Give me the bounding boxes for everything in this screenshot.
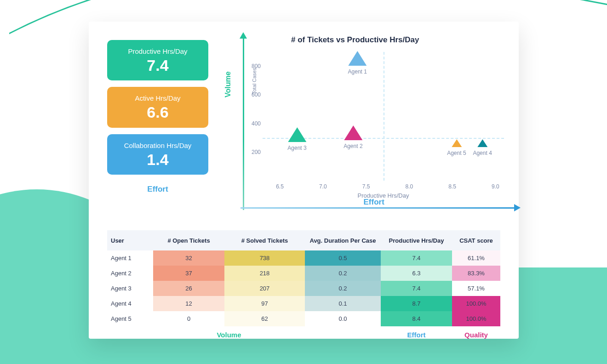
data-point: Agent 4 [473, 139, 492, 156]
value-cell: 218 [224, 266, 305, 281]
triangle-icon [344, 125, 362, 140]
x-tick: 7.5 [362, 183, 370, 190]
point-label: Agent 1 [348, 68, 367, 75]
group-quality: Quality [452, 331, 500, 339]
metric-label: Productive Hrs/Day [114, 47, 202, 55]
point-label: Agent 2 [344, 143, 362, 149]
metric-active-hrs: Active Hrs/Day 6.6 [107, 87, 208, 127]
value-cell: 37 [153, 266, 224, 281]
y-tick: 600 [249, 91, 261, 98]
value-cell: 12 [153, 296, 224, 311]
value-cell: 83.3% [452, 266, 500, 281]
value-cell: 26 [153, 281, 224, 296]
metric-value: 7.4 [114, 57, 202, 74]
x-tick: 9.0 [492, 183, 499, 190]
value-cell: 100.0% [452, 296, 500, 311]
table-group-labels: Volume Effort Quality [107, 331, 500, 339]
value-cell: 7.4 [381, 250, 452, 266]
x-tick: 6.5 [276, 183, 284, 190]
value-cell: 8.4 [381, 311, 452, 326]
y-tick: 200 [249, 149, 261, 155]
column-header: Productive Hrs/Day [381, 237, 452, 244]
value-cell: 61.1% [452, 250, 500, 266]
metric-collab-hrs: Collaboration Hrs/Day 1.4 [107, 134, 208, 175]
column-header: Avg. Duration Per Case [305, 237, 381, 244]
metric-productive-hrs: Productive Hrs/Day 7.4 [107, 40, 208, 80]
metric-value: 1.4 [114, 151, 202, 168]
y-tick: 800 [249, 63, 261, 69]
value-cell: 207 [224, 281, 305, 296]
value-cell: 0.1 [305, 296, 381, 311]
value-cell: 100.0% [452, 311, 500, 326]
metrics-column: Productive Hrs/Day 7.4 Active Hrs/Day 6.… [107, 40, 208, 205]
user-cell: Agent 5 [107, 315, 153, 322]
column-header: User [107, 237, 153, 244]
triangle-icon [452, 139, 462, 147]
x-tick: 8.5 [448, 183, 456, 190]
volume-axis-label: Volume [224, 71, 232, 97]
triangle-icon [288, 127, 306, 142]
point-label: Agent 5 [447, 150, 466, 156]
user-cell: Agent 2 [107, 270, 153, 277]
scatter-chart: Volume Effort # of Tickets vs Productive… [227, 40, 500, 205]
plot-area: Total Cases Productive Hrs/Day 200400600… [263, 52, 504, 181]
x-tick: 8.0 [405, 183, 413, 190]
value-cell: 6.3 [381, 266, 452, 281]
value-cell: 738 [224, 250, 305, 266]
value-cell: 0.2 [305, 266, 381, 281]
value-cell: 8.7 [381, 296, 452, 311]
y-axis-arrow [243, 38, 244, 210]
agent-table: User# Open Tickets# Solved TicketsAvg. D… [107, 230, 500, 339]
group-effort: Effort [381, 331, 452, 339]
x-tick: 7.0 [319, 183, 327, 190]
table-header: User# Open Tickets# Solved TicketsAvg. D… [107, 230, 500, 250]
table-row: Agent 412970.18.7100.0% [107, 296, 500, 311]
value-cell: 0.2 [305, 281, 381, 296]
user-cell: Agent 4 [107, 300, 153, 307]
x-axis-arrow [241, 207, 514, 209]
table-row: Agent 1327380.57.461.1% [107, 250, 500, 266]
data-point: Agent 5 [447, 139, 466, 156]
value-cell: 32 [153, 250, 224, 266]
metrics-dimension-label: Effort [107, 185, 208, 194]
effort-axis-label: Effort [364, 198, 384, 207]
table-row: Agent 2372180.26.383.3% [107, 266, 500, 281]
data-point: Agent 2 [344, 125, 362, 149]
group-volume: Volume [153, 331, 305, 339]
value-cell: 0.5 [305, 250, 381, 266]
user-cell: Agent 1 [107, 255, 153, 262]
metric-label: Active Hrs/Day [114, 94, 202, 102]
data-point: Agent 1 [348, 51, 367, 75]
dashboard-card: Productive Hrs/Day 7.4 Active Hrs/Day 6.… [89, 22, 519, 339]
column-header: CSAT score [452, 237, 500, 244]
table-row: Agent 3262070.27.457.1% [107, 281, 500, 296]
x-axis-title: Productive Hrs/Day [358, 192, 409, 199]
user-cell: Agent 3 [107, 285, 153, 292]
y-axis-title: Total Cases [252, 68, 257, 94]
value-cell: 57.1% [452, 281, 500, 296]
y-tick: 400 [249, 120, 261, 127]
data-point: Agent 3 [287, 127, 306, 151]
quadrant-vline [384, 52, 384, 181]
column-header: # Open Tickets [153, 237, 224, 244]
metric-label: Collaboration Hrs/Day [114, 142, 202, 149]
value-cell: 97 [224, 296, 305, 311]
value-cell: 7.4 [381, 281, 452, 296]
column-header: # Solved Tickets [224, 237, 305, 244]
point-label: Agent 4 [473, 150, 492, 156]
table-row: Agent 50620.08.4100.0% [107, 311, 500, 326]
value-cell: 0.0 [305, 311, 381, 326]
point-label: Agent 3 [287, 145, 306, 151]
value-cell: 0 [153, 311, 224, 326]
chart-title: # of Tickets vs Productive Hrs/Day [291, 35, 419, 45]
metric-value: 6.6 [114, 104, 202, 121]
triangle-icon [477, 139, 487, 147]
value-cell: 62 [224, 311, 305, 326]
triangle-icon [348, 51, 366, 66]
